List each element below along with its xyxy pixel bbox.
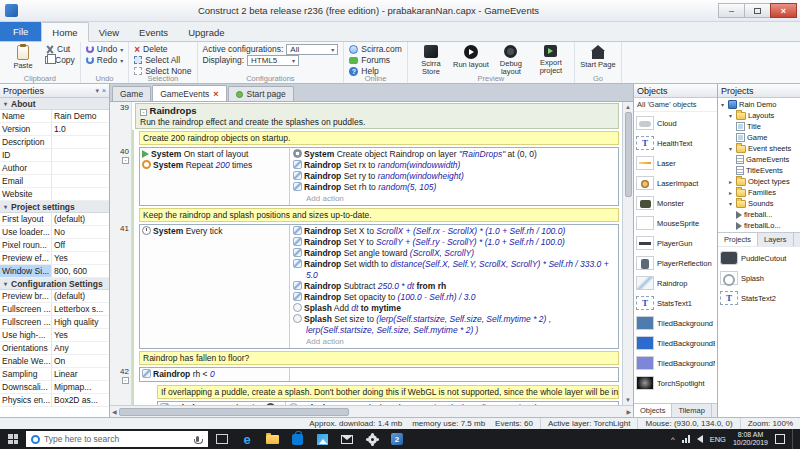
export-project-button[interactable]: Export project [533, 44, 569, 73]
tree-item-event-sheets[interactable]: ▾Event sheets [719, 143, 799, 154]
tab-gameevents[interactable]: GameEvents× [152, 85, 226, 101]
collapse-icon[interactable]: - [122, 157, 129, 164]
property-row[interactable]: NameRain Demo [0, 110, 109, 123]
action-row[interactable]: Raindrop Set width to distance(Self.X, S… [293, 259, 615, 281]
property-row[interactable]: Website [0, 188, 109, 201]
close-button[interactable]: × [770, 3, 797, 18]
tree-expand-icon[interactable]: ▸ [727, 189, 734, 196]
action-row[interactable]: Raindrop Subtract 250.0 * dt from rh [293, 281, 615, 292]
property-row[interactable]: SamplingLinear [0, 368, 109, 381]
action-row[interactable]: Splash Set size to (lerp(Self.startsize,… [293, 314, 615, 336]
property-row[interactable]: Author [0, 162, 109, 175]
object-item[interactable]: HealthText [636, 133, 715, 153]
taskbar-clock[interactable]: 8:08 AM 10/20/2019 [733, 431, 768, 448]
object-item[interactable]: Laser [636, 153, 715, 173]
scroll-right-icon[interactable]: ▶ [626, 408, 631, 416]
property-row[interactable]: Downscali...Mipmap... [0, 381, 109, 394]
horizontal-scrollbar[interactable]: ◀ ▶ [110, 405, 633, 417]
comment[interactable]: Create 200 raindrop objects on startup. [139, 131, 619, 145]
show-desktop-button[interactable] [792, 429, 796, 449]
forums-button[interactable]: Forums [349, 55, 402, 65]
tab-events[interactable]: Events [129, 22, 178, 41]
section-configuration-settings[interactable]: ▾Configuration Settings [0, 278, 109, 290]
object-item[interactable]: LaserImpact [636, 173, 715, 193]
add-action-link[interactable]: Add action [293, 193, 615, 204]
scroll-left-icon[interactable]: ◀ [112, 408, 117, 416]
maximize-button[interactable] [744, 3, 771, 18]
select-all-button[interactable]: Select All [134, 55, 191, 65]
taskbar-app-settings[interactable] [365, 432, 379, 446]
tree-item-game[interactable]: Game [719, 132, 799, 143]
tab-file[interactable]: File [0, 22, 41, 41]
tree-item-sound-fireball2[interactable]: fireballLo... [719, 220, 799, 231]
action-row[interactable]: Raindrop Set ry to random(windowheight) [293, 171, 615, 182]
task-view-button[interactable] [216, 434, 228, 444]
dock-icon[interactable]: ▾ [95, 87, 99, 95]
displaying-dropdown[interactable]: HTML5▾ [247, 55, 299, 66]
app-icon[interactable] [5, 4, 18, 17]
property-row[interactable]: Fullscreen ...Letterbox s... [0, 303, 109, 316]
tab-upgrade[interactable]: Upgrade [178, 22, 234, 41]
object-item[interactable]: TiledBackgroundNormal [636, 353, 715, 373]
object-item[interactable]: MouseSprite [636, 213, 715, 233]
collapse-icon[interactable]: - [122, 377, 129, 384]
tree-expand-icon[interactable]: ▸ [727, 178, 734, 185]
property-row[interactable]: Preview br...(default) [0, 290, 109, 303]
start-page-button[interactable]: Start Page [580, 44, 616, 73]
scroll-down-icon[interactable]: ▼ [625, 396, 631, 404]
comment[interactable]: If overlapping a puddle, create a splash… [157, 385, 619, 399]
run-layout-button[interactable]: Run layout [453, 44, 489, 73]
tree-item-sound-fireball[interactable]: fireball... [719, 209, 799, 220]
add-action-link[interactable]: Add action [293, 336, 615, 347]
vertical-scrollbar[interactable]: ▲ ▼ [622, 102, 633, 405]
property-row[interactable]: Physics en...Box2D as... [0, 394, 109, 407]
action-center-icon[interactable] [775, 434, 785, 444]
property-row[interactable]: First layout(default) [0, 213, 109, 226]
property-row[interactable]: Enable We...On [0, 355, 109, 368]
property-row[interactable]: OrientationsAny [0, 342, 109, 355]
paste-button[interactable]: Paste [5, 44, 41, 73]
tab-view[interactable]: View [89, 22, 129, 41]
tray-expand-icon[interactable]: ^ [671, 435, 675, 444]
close-icon[interactable]: × [102, 87, 106, 94]
action-row[interactable]: Raindrop Set opacity to (100.0 - Self.rh… [293, 292, 615, 303]
action-row[interactable]: Raindrop Set rh to random(5, 105) [293, 182, 615, 193]
taskbar-app-mail[interactable] [340, 432, 354, 446]
tree-item-titleevents[interactable]: TitleEvents [719, 165, 799, 176]
condition-row[interactable]: System Repeat 200 times [142, 160, 287, 171]
scroll-up-icon[interactable]: ▲ [625, 103, 631, 111]
object-item[interactable]: PlayerGun [636, 233, 715, 253]
event-block[interactable]: Raindrop rh < 0 [139, 367, 619, 382]
tab-layers[interactable]: Layers [758, 233, 794, 246]
property-row[interactable]: Email [0, 175, 109, 188]
action-row[interactable]: Raindrop Set X to ScrollX + (Self.rx - S… [293, 226, 615, 237]
tree-item-title[interactable]: Title [719, 121, 799, 132]
tab-start-page[interactable]: Start page [228, 86, 294, 101]
taskbar-app-edge[interactable]: e [240, 432, 254, 446]
delete-button[interactable]: ×Delete [134, 44, 191, 54]
language-indicator[interactable]: ENG [710, 435, 726, 444]
object-item[interactable]: Monster [636, 193, 715, 213]
taskbar-app-photos[interactable] [315, 432, 329, 446]
condition-row[interactable]: Raindrop rh < 0 [142, 369, 287, 380]
property-row[interactable]: Use high-...Yes [0, 329, 109, 342]
section-project-settings[interactable]: ▾Project settings [0, 201, 109, 213]
cut-button[interactable]: Cut [45, 44, 75, 54]
property-row[interactable]: Version1.0 [0, 123, 109, 136]
tree-expand-icon[interactable]: ▾ [719, 101, 726, 108]
taskbar-app-file-explorer[interactable] [265, 432, 279, 446]
copy-button[interactable]: Copy [45, 55, 75, 65]
object-item[interactable]: TiledBackground [636, 313, 715, 333]
property-row[interactable]: Fullscreen ...High quality [0, 316, 109, 329]
property-row[interactable]: Preview ef...Yes [0, 252, 109, 265]
property-row[interactable]: ID [0, 149, 109, 162]
object-item[interactable]: Raindrop [636, 273, 715, 293]
start-button[interactable] [0, 429, 26, 449]
minimize-button[interactable]: – [718, 3, 745, 18]
object-item[interactable]: PlayerReflection [636, 253, 715, 273]
object-item[interactable]: Splash [720, 268, 798, 288]
property-row[interactable]: Pixel roun...Off [0, 239, 109, 252]
action-row[interactable]: Raindrop Set angle toward (ScrollX, Scro… [293, 248, 615, 259]
taskbar-app-construct2[interactable]: 2 [390, 432, 404, 446]
volume-icon[interactable] [697, 435, 703, 443]
